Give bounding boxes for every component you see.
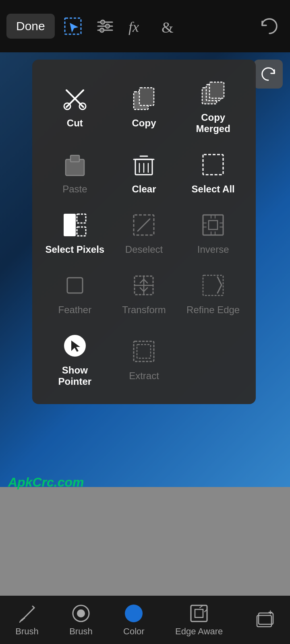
svg-rect-45 xyxy=(257,615,271,627)
dropdown-menu: Cut Copy Copy Merged Pa xyxy=(32,60,256,404)
paste-icon xyxy=(61,151,89,179)
cut-label: Cut xyxy=(67,118,83,129)
inverse-label: Inverse xyxy=(197,244,229,255)
svg-text:&: & xyxy=(162,19,174,36)
refine-edge-menu-item[interactable]: Refine Edge xyxy=(178,264,248,320)
svg-rect-32 xyxy=(203,215,223,235)
edge-aware-icon xyxy=(188,603,209,624)
feather-menu-item[interactable]: Feather xyxy=(40,264,110,320)
selection-tool-icon[interactable] xyxy=(59,12,87,40)
paste-label: Paste xyxy=(62,184,87,195)
show-pointer-label: Show Pointer xyxy=(44,365,106,387)
brush-icon xyxy=(17,603,37,624)
fx-icon[interactable]: fx xyxy=(123,12,151,40)
color-label: Color xyxy=(123,626,145,637)
edge-aware-label: Edge Aware xyxy=(175,626,223,637)
color-tab[interactable]: Color xyxy=(123,603,145,637)
show-pointer-menu-item[interactable]: Show Pointer xyxy=(40,324,110,392)
svg-point-43 xyxy=(125,605,143,622)
svg-rect-17 xyxy=(209,82,224,98)
brush-size-icon xyxy=(70,603,91,624)
svg-rect-40 xyxy=(137,345,151,358)
svg-rect-44 xyxy=(191,605,207,621)
deselect-menu-item[interactable]: Deselect xyxy=(110,204,179,260)
undo-button[interactable] xyxy=(255,12,284,40)
svg-rect-26 xyxy=(203,155,223,175)
inverse-menu-item[interactable]: Inverse xyxy=(178,204,248,260)
clear-icon xyxy=(130,151,158,179)
deselect-label: Deselect xyxy=(125,244,163,255)
clear-label: Clear xyxy=(132,184,156,195)
cut-menu-item[interactable]: Cut xyxy=(40,72,110,139)
svg-rect-19 xyxy=(70,155,79,162)
extract-label: Extract xyxy=(129,370,159,382)
svg-text:fx: fx xyxy=(128,19,139,35)
watermark-text: ApkCrc.com xyxy=(8,475,84,490)
brush-size-tab[interactable]: Brush xyxy=(69,603,92,637)
show-pointer-icon xyxy=(61,332,89,360)
select-pixels-label: Select Pixels xyxy=(45,244,104,255)
done-button[interactable]: Done xyxy=(6,14,55,39)
svg-point-42 xyxy=(77,609,85,617)
layers-icon: + xyxy=(254,608,275,629)
svg-rect-27 xyxy=(64,214,75,236)
edge-aware-tab[interactable]: Edge Aware xyxy=(175,603,223,637)
color-icon xyxy=(123,603,144,624)
svg-point-4 xyxy=(101,20,105,24)
paste-menu-item[interactable]: Paste xyxy=(40,143,110,200)
brush-label: Brush xyxy=(15,626,38,637)
inverse-icon xyxy=(199,211,227,239)
select-all-label: Select All xyxy=(192,184,235,195)
svg-rect-28 xyxy=(77,214,86,223)
svg-line-31 xyxy=(138,219,150,231)
svg-rect-33 xyxy=(67,278,83,293)
clear-menu-item[interactable]: Clear xyxy=(110,143,179,200)
extract-icon xyxy=(130,337,158,365)
copy-merged-label: Copy Merged xyxy=(182,112,244,134)
bottom-area xyxy=(0,487,290,600)
refine-edge-icon xyxy=(199,271,227,299)
empty-slot xyxy=(178,324,248,392)
extract-menu-item[interactable]: Extract xyxy=(110,324,179,392)
select-pixels-menu-item[interactable]: Select Pixels xyxy=(40,204,110,260)
select-all-menu-item[interactable]: Select All xyxy=(178,143,248,200)
brush-tab[interactable]: Brush xyxy=(15,603,38,637)
ampersand-icon[interactable]: & xyxy=(155,12,184,40)
svg-point-6 xyxy=(100,28,104,32)
svg-point-5 xyxy=(106,24,110,28)
feather-label: Feather xyxy=(58,304,91,316)
copy-merged-icon xyxy=(199,79,227,107)
deselect-icon xyxy=(130,211,158,239)
bottom-toolbar: Brush Brush Color Edge Aware xyxy=(0,596,290,644)
select-pixels-icon xyxy=(61,211,89,239)
svg-rect-37 xyxy=(203,275,223,295)
top-toolbar: Done fx & xyxy=(0,0,290,52)
brush-tab-label: Brush xyxy=(69,626,92,637)
copy-merged-menu-item[interactable]: Copy Merged xyxy=(178,72,248,139)
copy-icon xyxy=(130,85,158,113)
transform-label: Transform xyxy=(122,304,166,316)
refine-edge-label: Refine Edge xyxy=(186,304,240,316)
copy-label: Copy xyxy=(132,118,156,129)
svg-rect-14 xyxy=(139,88,154,105)
copy-menu-item[interactable]: Copy xyxy=(110,72,179,139)
svg-text:+: + xyxy=(268,608,273,616)
transform-menu-item[interactable]: Transform xyxy=(110,264,179,320)
select-all-icon xyxy=(199,151,227,179)
adjustments-icon[interactable] xyxy=(91,12,119,40)
transform-icon xyxy=(130,271,158,299)
svg-rect-29 xyxy=(77,227,86,236)
redo-button[interactable] xyxy=(254,60,283,89)
feather-icon xyxy=(61,271,89,299)
cut-icon xyxy=(61,85,89,113)
layers-tab[interactable]: + xyxy=(254,608,275,632)
